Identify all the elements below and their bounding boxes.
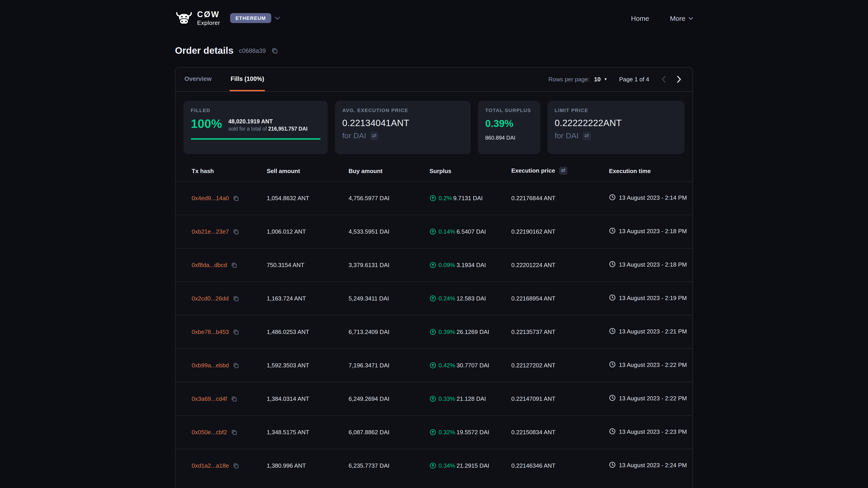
- execution-time: 13 August 2023 - 2:19 PM: [619, 294, 688, 303]
- execution-time-cell: 13 August 2023 - 2:19 PM: [609, 294, 688, 303]
- filled-amount: 48,020.1919 ANT: [228, 119, 307, 125]
- prev-page-button[interactable]: [657, 73, 670, 86]
- nav-home[interactable]: Home: [631, 14, 649, 22]
- filled-card: FILLED 100% 48,020.1919 ANT sold for a t…: [184, 101, 328, 154]
- surplus-percent: 0.39%: [438, 328, 455, 335]
- tx-hash-link[interactable]: 0x4ed9...14a0: [192, 195, 229, 201]
- col-sell-amount: Sell amount: [267, 167, 348, 174]
- copy-order-id-icon[interactable]: [271, 47, 278, 54]
- copy-tx-hash-icon[interactable]: [231, 262, 237, 268]
- swap-column-price-icon[interactable]: ⇄: [559, 167, 567, 175]
- execution-time-cell: 13 August 2023 - 2:24 PM: [609, 461, 688, 470]
- limit-price-number: 0.22222222: [555, 118, 603, 128]
- copy-tx-hash-icon[interactable]: [232, 295, 239, 302]
- table-row: 0xb99a...ebbd 1,592.3503 ANT 7,196.3471 …: [176, 348, 692, 382]
- table-body: 0x4ed9...14a0 1,054.8632 ANT 4,756.5977 …: [176, 181, 692, 482]
- surplus-percent: 0.34%: [438, 462, 455, 469]
- rows-per-page-caret-icon: ▼: [604, 77, 608, 81]
- nav-more[interactable]: More: [670, 14, 693, 22]
- cow-explorer-logo[interactable]: CØW Explorer: [175, 10, 220, 26]
- execution-price: 0.22146346 ANT: [511, 462, 609, 469]
- copy-tx-hash-icon[interactable]: [233, 228, 239, 235]
- tx-hash-link[interactable]: 0x2cd0...26dd: [192, 295, 228, 302]
- surplus-percent: 0.42%: [438, 362, 455, 369]
- surplus-cell: 0.39% 26.1269 DAI: [430, 328, 511, 335]
- network-badge[interactable]: ETHEREUM: [230, 13, 272, 23]
- surplus-percent: 0.24%: [438, 295, 455, 302]
- buy-amount: 5,249.3411 DAI: [348, 295, 430, 302]
- copy-tx-hash-icon[interactable]: [233, 195, 239, 201]
- filled-label: FILLED: [191, 107, 320, 113]
- page-status: Page 1 of 4: [619, 76, 649, 83]
- surplus-amount: 6.5407 DAI: [457, 228, 486, 235]
- table-row: 0xf8da...dbcd 750.3154 ANT 3,379.6131 DA…: [176, 248, 692, 282]
- surplus-percent: 0.09%: [438, 262, 455, 268]
- buy-amount: 4,533.5951 DAI: [348, 228, 430, 235]
- order-fills-panel: Overview Fills (100%) Rows per page: 10 …: [175, 67, 693, 488]
- cow-explorer-app: CØW Explorer ETHEREUM Home More Orde: [0, 0, 868, 488]
- rows-per-page-select[interactable]: 10 ▼: [594, 76, 608, 83]
- swap-price-icon[interactable]: ⇄: [370, 132, 378, 140]
- limit-price-label: LIMIT PRICE: [555, 107, 677, 113]
- execution-price: 0.22190162 ANT: [511, 228, 609, 235]
- total-surplus-percent: 0.39%: [485, 118, 533, 130]
- tx-hash-link[interactable]: 0xf8da...dbcd: [192, 262, 227, 268]
- avg-execution-price-card: AVG. EXECUTION PRICE 0.22134041ANT for D…: [335, 101, 471, 154]
- execution-time-cell: 13 August 2023 - 2:14 PM: [609, 194, 688, 203]
- copy-tx-hash-icon[interactable]: [233, 362, 239, 368]
- tx-hash-link[interactable]: 0x050e...cbf2: [192, 429, 227, 435]
- table-row: 0x050e...cbf2 1,348.5175 ANT 6,087.8862 …: [176, 415, 692, 449]
- execution-time: 13 August 2023 - 2:21 PM: [619, 327, 688, 336]
- tx-hash-link[interactable]: 0x3a69...cd4f: [192, 395, 227, 402]
- clock-icon: [609, 462, 616, 468]
- rows-per-page-label: Rows per page:: [548, 76, 590, 83]
- avg-price-value: 0.22134041ANT: [342, 118, 463, 128]
- sell-amount: 750.3154 ANT: [267, 262, 348, 268]
- execution-time: 13 August 2023 - 2:23 PM: [619, 428, 688, 437]
- surplus-percent: 0.33%: [438, 395, 455, 402]
- network-chevron-down-icon[interactable]: [275, 17, 280, 20]
- swap-limit-price-icon[interactable]: ⇄: [583, 132, 591, 140]
- surplus-up-circle-icon: [430, 195, 436, 201]
- surplus-percent: 0.2%: [438, 195, 452, 201]
- execution-price: 0.22168954 ANT: [511, 295, 609, 302]
- execution-time: 13 August 2023 - 2:18 PM: [619, 260, 688, 269]
- tx-hash-link[interactable]: 0xb99a...ebbd: [192, 362, 229, 369]
- order-id: c0688a39: [239, 47, 266, 54]
- execution-price: 0.22201224 ANT: [511, 262, 609, 268]
- table-row: 0xd1a2...a18e 1,380.996 ANT 6,235.7737 D…: [176, 449, 692, 482]
- col-execution-time: Execution time: [609, 167, 684, 174]
- copy-tx-hash-icon[interactable]: [231, 429, 237, 435]
- surplus-up-circle-icon: [430, 362, 436, 369]
- sell-amount: 1,486.0253 ANT: [267, 328, 348, 335]
- tx-hash-link[interactable]: 0xb21e...23e7: [192, 228, 229, 235]
- surplus-percent: 0.32%: [438, 429, 455, 435]
- surplus-up-circle-icon: [430, 429, 436, 435]
- tab-fills[interactable]: Fills (100%): [230, 67, 265, 91]
- sold-total: 216,951.757 DAI: [268, 126, 308, 131]
- surplus-up-circle-icon: [430, 328, 436, 335]
- avg-price-token: ANT: [391, 118, 409, 128]
- sold-prefix: sold for a total of: [228, 126, 268, 131]
- surplus-up-circle-icon: [430, 295, 436, 302]
- copy-tx-hash-icon[interactable]: [233, 462, 239, 469]
- surplus-amount: 26.1269 DAI: [457, 328, 489, 335]
- copy-tx-hash-icon[interactable]: [231, 396, 237, 402]
- table-row: 0x3a69...cd4f 1,384.0314 ANT 6,249.2694 …: [176, 382, 692, 415]
- execution-price: 0.22176844 ANT: [511, 195, 609, 201]
- surplus-up-circle-icon: [430, 262, 436, 268]
- tab-overview[interactable]: Overview: [184, 67, 213, 91]
- next-page-button[interactable]: [673, 73, 685, 86]
- clock-icon: [609, 228, 616, 234]
- tx-hash-link[interactable]: 0xd1a2...a18e: [192, 462, 229, 469]
- surplus-amount: 9.7131 DAI: [453, 195, 483, 201]
- copy-tx-hash-icon[interactable]: [233, 329, 239, 335]
- col-surplus: Surplus: [430, 167, 511, 174]
- nav-more-label: More: [670, 14, 685, 22]
- sell-amount: 1,054.8632 ANT: [267, 195, 348, 201]
- surplus-cell: 0.34% 21.2915 DAI: [430, 462, 511, 469]
- surplus-percent: 0.14%: [438, 228, 455, 235]
- execution-time-cell: 13 August 2023 - 2:18 PM: [609, 260, 688, 269]
- tx-hash-link[interactable]: 0xbe78...b453: [192, 328, 229, 335]
- surplus-amount: 21.128 DAI: [457, 395, 486, 402]
